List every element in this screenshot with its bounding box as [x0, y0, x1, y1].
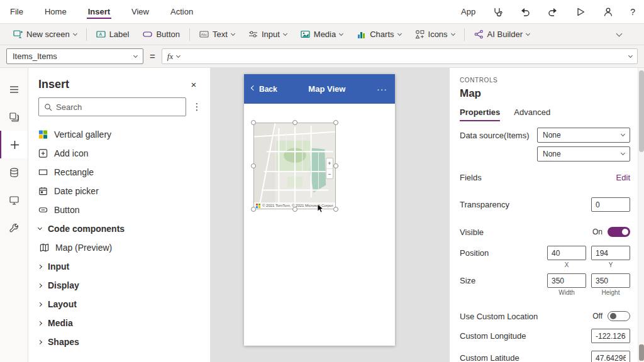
- ribbon-button[interactable]: Button: [136, 24, 187, 45]
- zoom-in-button[interactable]: +: [326, 158, 333, 169]
- advanced-tools-icon[interactable]: [0, 214, 28, 241]
- data-source-dropdown-1[interactable]: None: [537, 128, 630, 143]
- resize-handle-se[interactable]: [333, 207, 338, 212]
- media-rail-icon[interactable]: [0, 186, 28, 214]
- custom-location-label: Use Custom Location: [460, 312, 538, 321]
- undo-icon[interactable]: [519, 6, 531, 18]
- new-screen-icon: [13, 30, 23, 39]
- property-selector-value: Items_Items: [13, 52, 57, 61]
- resize-handle-ne[interactable]: [333, 120, 338, 125]
- tab-properties[interactable]: Properties: [460, 107, 500, 121]
- insert-section-layout[interactable]: Layout: [28, 295, 210, 314]
- map-control[interactable]: + − © 2021 TomTom, © 2021 Microsoft Corp…: [253, 123, 336, 209]
- ribbon-input[interactable]: Input: [242, 24, 294, 45]
- zoom-out-button[interactable]: −: [326, 169, 333, 179]
- insert-section-code-components[interactable]: Code components: [28, 219, 210, 238]
- resize-handle-e[interactable]: [333, 163, 338, 168]
- size-height-input[interactable]: [591, 273, 630, 288]
- position-y-input[interactable]: [591, 246, 630, 260]
- insert-item-rectangle[interactable]: Rectangle: [28, 163, 210, 182]
- close-icon[interactable]: ×: [187, 79, 200, 90]
- position-x-label: X: [565, 261, 569, 268]
- chevron-down-icon: [231, 31, 235, 35]
- insert-rail-button[interactable]: [0, 131, 28, 158]
- menu-view[interactable]: View: [130, 1, 150, 23]
- ribbon-ai-builder[interactable]: AI Builder: [467, 24, 536, 45]
- resize-handle-s[interactable]: [292, 207, 297, 212]
- tree-view-icon[interactable]: [0, 75, 28, 103]
- ribbon-charts[interactable]: Charts: [350, 24, 408, 45]
- insert-search-row: ⋮: [28, 97, 210, 116]
- app-checker-icon[interactable]: [492, 6, 503, 18]
- insert-section-label: Code components: [48, 224, 125, 234]
- tab-advanced[interactable]: Advanced: [514, 107, 550, 121]
- data-source-dropdown-2[interactable]: None: [537, 146, 630, 162]
- fields-edit-link[interactable]: Edit: [616, 173, 630, 182]
- properties-header: CONTROLS Map Properties Advanced: [450, 68, 638, 121]
- screens-layers-icon[interactable]: [0, 103, 28, 131]
- screen-menu-icon[interactable]: ···: [377, 84, 387, 94]
- scrollbar-thumb[interactable]: [639, 70, 644, 152]
- insert-item-date-picker[interactable]: Date picker: [28, 182, 210, 200]
- properties-tabs: Properties Advanced: [460, 107, 638, 121]
- visible-toggle[interactable]: [608, 227, 630, 237]
- map-zoom-widget[interactable]: + −: [326, 158, 333, 179]
- property-selector[interactable]: Items_Items: [6, 48, 143, 64]
- scrollbar-bottom-thumb[interactable]: [639, 344, 644, 361]
- insert-section-display[interactable]: Display: [28, 276, 210, 295]
- ribbon-collapse-chevron[interactable]: [616, 30, 623, 36]
- resize-handle-sw[interactable]: [251, 207, 256, 212]
- back-button[interactable]: Back: [252, 85, 277, 94]
- insert-item-label: Map (Preview): [55, 243, 112, 253]
- chevron-down-icon: [176, 53, 180, 57]
- custom-latitude-input[interactable]: [591, 351, 630, 362]
- resize-handle-n[interactable]: [292, 120, 297, 125]
- data-source-row: Data source(Items) None: [450, 128, 638, 143]
- insert-item-vertical-gallery[interactable]: Vertical gallery: [28, 125, 210, 144]
- search-input[interactable]: [56, 102, 180, 112]
- ribbon-icons[interactable]: Icons: [408, 24, 462, 45]
- position-x-input[interactable]: [547, 246, 586, 260]
- search-box[interactable]: [38, 97, 186, 116]
- menu-file[interactable]: File: [9, 1, 25, 23]
- size-width-input[interactable]: [547, 273, 586, 288]
- insert-section-input[interactable]: Input: [28, 257, 210, 276]
- insert-panel: Insert × ⋮ Vertical gallery: [28, 68, 211, 362]
- insert-section-shapes[interactable]: Shapes: [28, 332, 210, 351]
- menu-home[interactable]: Home: [43, 1, 68, 23]
- custom-location-toggle[interactable]: [608, 311, 630, 321]
- insert-section-media[interactable]: Media: [28, 314, 210, 332]
- ribbon-text[interactable]: Abc Text: [192, 24, 242, 45]
- play-button[interactable]: [575, 6, 586, 18]
- app-screen[interactable]: Back Map View ···: [244, 74, 395, 346]
- resize-handle-nw[interactable]: [251, 120, 256, 125]
- fx-icon[interactable]: fx: [167, 52, 173, 62]
- menu-app[interactable]: App: [461, 7, 475, 16]
- search-icon: [44, 103, 52, 111]
- help-button[interactable]: ?: [630, 7, 635, 17]
- canvas[interactable]: Back Map View ···: [211, 68, 449, 362]
- media-icon: [301, 30, 310, 39]
- menu-insert[interactable]: Insert: [87, 1, 111, 23]
- text-icon: Abc: [199, 30, 209, 39]
- formula-expand-chevron[interactable]: [628, 53, 633, 57]
- panel-scrollbar[interactable]: [638, 68, 644, 362]
- insert-item-add-icon[interactable]: Add icon: [28, 144, 210, 163]
- ribbon-new-screen[interactable]: New screen: [6, 24, 84, 45]
- custom-location-row: Use Custom Location Off: [450, 311, 638, 321]
- more-options-icon[interactable]: ⋮: [190, 101, 204, 112]
- custom-location-state-label: Off: [592, 312, 602, 321]
- menu-items: File Home Insert View Action: [9, 1, 194, 23]
- data-icon[interactable]: [0, 158, 28, 186]
- account-icon[interactable]: [602, 6, 614, 18]
- transparency-input[interactable]: [591, 197, 630, 212]
- ribbon-media[interactable]: Media: [294, 24, 350, 45]
- insert-item-button[interactable]: Button: [28, 200, 210, 219]
- formula-input[interactable]: [184, 49, 625, 63]
- resize-handle-w[interactable]: [251, 163, 256, 168]
- redo-icon[interactable]: [547, 6, 558, 18]
- insert-item-map-preview[interactable]: Map (Preview): [28, 238, 210, 257]
- menu-action[interactable]: Action: [169, 1, 194, 23]
- custom-longitude-input[interactable]: [591, 329, 630, 343]
- ribbon-label[interactable]: A Label: [89, 24, 136, 45]
